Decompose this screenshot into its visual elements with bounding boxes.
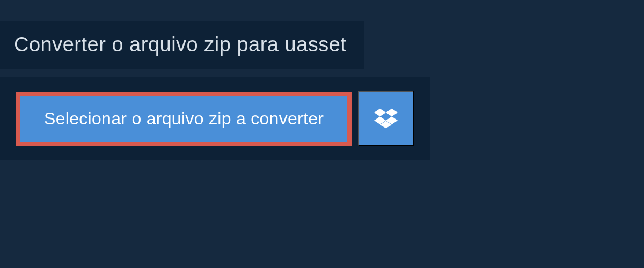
header-tab: Converter o arquivo zip para uasset — [0, 21, 364, 69]
dropbox-icon — [374, 107, 398, 130]
page-title: Converter o arquivo zip para uasset — [14, 33, 347, 56]
select-file-button[interactable]: Selecionar o arquivo zip a converter — [16, 92, 352, 146]
dropbox-button[interactable] — [358, 91, 414, 146]
file-select-panel: Selecionar o arquivo zip a converter — [0, 77, 430, 160]
